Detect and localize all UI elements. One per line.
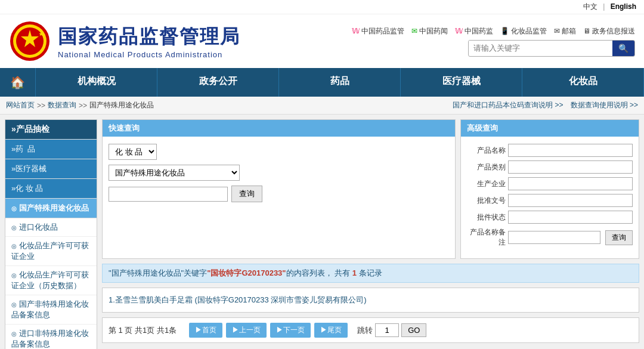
quick-search-input[interactable]	[109, 187, 228, 202]
product-type-select[interactable]: 化 妆 品	[109, 144, 157, 160]
quick-query-body: 化 妆 品 国产特殊用途化妆品 查询	[103, 137, 455, 214]
adv-label-3: 生产企业	[467, 179, 506, 189]
adv-row-3: 生产企业	[467, 177, 633, 190]
wechat-icon: ✉	[411, 27, 417, 35]
icon-link-gov[interactable]: 🖥 政务信息报送	[583, 26, 635, 36]
adv-input-4[interactable]	[508, 194, 633, 207]
sidebar-prefix-5: ◎	[11, 224, 17, 231]
main-nav: 🏠 机构概况 政务公开 药品 医疗器械 化妆品	[0, 68, 644, 97]
icon-link-label-5: 邮箱	[562, 26, 576, 36]
site-title-cn: 国家药品监督管理局	[58, 24, 240, 50]
advanced-query-header: 高级查询	[461, 120, 639, 137]
adv-row-1: 产品名称	[467, 144, 633, 157]
breadcrumb-data-link[interactable]: 数据查询使用说明 >>	[571, 100, 638, 110]
lang-english[interactable]: English	[611, 2, 636, 11]
page-prev-button[interactable]: ▶上一页	[226, 323, 267, 338]
page-jump: 跳转 1 GO	[357, 323, 426, 337]
adv-label-4: 批准文号	[467, 196, 506, 206]
product-category-select[interactable]: 国产特殊用途化妆品	[109, 165, 240, 181]
site-title-en: National Medical Products Administration	[58, 50, 240, 59]
icon-link-hzp[interactable]: 📱 化妆品监管	[500, 26, 547, 36]
gov-icon: 🖥	[583, 27, 590, 35]
icon-link-wechat[interactable]: ✉ 中国药闻	[411, 26, 448, 36]
adv-input-1[interactable]	[508, 144, 633, 157]
sidebar-item-guochan-beian[interactable]: ◎ 国产非特殊用途化妆品备案信息	[5, 295, 97, 325]
sidebar-item-yiliao[interactable]: »医疗器械	[5, 159, 97, 179]
icon-link-label-1: 中国药品监管	[361, 26, 404, 36]
page-first-button[interactable]: ▶首页	[189, 323, 222, 338]
sidebar-item-guochan-teshu[interactable]: ◎ 国产特殊用途化妆品	[5, 199, 97, 218]
adv-row-5: 批件状态	[467, 211, 633, 224]
breadcrumb-sep1: >>	[37, 101, 45, 110]
results-header: "国产特殊用途化妆品"关键字"国妆特字G20170233"的内容列表， 共有 1…	[102, 264, 639, 283]
nav-item-huazhuangpin[interactable]: 化妆品	[522, 68, 644, 97]
search-area: 🔍	[468, 40, 635, 57]
form-row-select2: 国产特殊用途化妆品	[109, 165, 449, 181]
icon-link-weibo[interactable]: 𝕎 中国药品监管	[352, 26, 404, 36]
logo-text: 国家药品监督管理局 National Medical Products Admi…	[58, 24, 240, 59]
sidebar-item-jinkoubeian[interactable]: ◎ 进口非特殊用途化妆品备案信息	[5, 325, 97, 349]
nav-item-jigoukuang[interactable]: 机构概况	[36, 68, 157, 97]
nav-item-yaopin[interactable]: 药品	[279, 68, 401, 97]
sidebar-item-shengchanxuke[interactable]: ◎ 化妆品生产许可可获证企业	[5, 237, 97, 266]
page-next-button[interactable]: ▶下一页	[270, 323, 311, 338]
top-nav-icons: 𝕎 中国药品监管 ✉ 中国药闻 𝕎 中国药监 📱 化妆品监管 ✉ 邮箱 🖥	[352, 26, 635, 57]
content-area: »产品抽检 »药 品 »医疗器械 »化 妆 品 ◎ 国产特殊用途化妆品 ◎ 进口…	[0, 115, 644, 349]
sidebar-item-jinkouhuazhuang[interactable]: ◎ 进口化妆品	[5, 218, 97, 237]
main-content: 快速查询 化 妆 品 国产特殊用途化妆品 查询	[97, 119, 639, 349]
nav-item-yiliao[interactable]: 医疗器械	[401, 68, 522, 97]
breadcrumb-yaopin-link[interactable]: 国产和进口药品本位码查询说明 >>	[453, 100, 563, 110]
adv-label-5: 批件状态	[467, 212, 506, 223]
lang-chinese[interactable]: 中文	[583, 2, 597, 11]
icon-link-label-6: 政务信息报送	[592, 26, 635, 36]
sidebar-prefix-8: ◎	[11, 301, 17, 308]
icon-link-label-2: 中国药闻	[419, 26, 448, 36]
breadcrumb-home[interactable]: 网站首页	[6, 100, 35, 110]
page-info: 第 1 页 共1页 共1条	[109, 325, 177, 336]
page-jump-label: 跳转	[357, 325, 373, 336]
breadcrumb-data[interactable]: 数据查询	[48, 100, 76, 110]
result-item-1[interactable]: 1.圣雪兰雪肌美白手足霜 (国妆特字G20170233 深圳市雪姿儿贸易有限公司…	[109, 293, 633, 307]
weibo-icon: 𝕎	[352, 27, 360, 35]
sidebar-item-shengchanxuke-history[interactable]: ◎ 化妆品生产许可可获证企业（历史数据）	[5, 266, 97, 295]
icon-link-yj[interactable]: 𝕎 中国药监	[455, 26, 493, 36]
sidebar-item-yaopin[interactable]: »药 品	[5, 140, 97, 159]
email-icon: ✉	[554, 27, 560, 35]
query-row: 快速查询 化 妆 品 国产特殊用途化妆品 查询	[102, 119, 639, 259]
icon-link-email[interactable]: ✉ 邮箱	[554, 26, 576, 36]
page-last-button[interactable]: ▶尾页	[314, 323, 348, 338]
sidebar-prefix-6: ◎	[11, 243, 17, 249]
advanced-query-panel: 高级查询 产品名称 产品类别 生产企业 批准文号	[460, 119, 639, 259]
nav-home[interactable]: 🏠	[0, 68, 36, 97]
sidebar-prefix-2: »	[11, 164, 16, 173]
adv-row-4: 批准文号	[467, 194, 633, 207]
sidebar-prefix-7: ◎	[11, 272, 17, 279]
nav-item-zhengwugongkai[interactable]: 政务公开	[157, 68, 279, 97]
adv-input-3[interactable]	[508, 177, 633, 190]
adv-query-button[interactable]: 查询	[605, 230, 633, 245]
pagination: 第 1 页 共1页 共1条 ▶首页 ▶上一页 ▶下一页 ▶尾页 跳转 1 GO	[102, 317, 639, 343]
adv-input-6[interactable]	[508, 231, 600, 244]
quick-query-button[interactable]: 查询	[231, 186, 262, 202]
page-jump-input[interactable]: 1	[375, 323, 399, 337]
sidebar-prefix-1: »	[11, 144, 16, 153]
sidebar-prefix-3: »	[11, 184, 16, 193]
lang-separator: |	[603, 2, 605, 11]
sidebar-prefix-0: »	[11, 124, 16, 134]
search-button[interactable]: 🔍	[612, 41, 634, 56]
adv-input-5[interactable]	[508, 211, 633, 224]
breadcrumb-current: 国产特殊用途化妆品	[89, 100, 154, 110]
hzp-icon: 📱	[500, 27, 509, 35]
adv-input-2[interactable]	[508, 160, 633, 174]
sidebar-item-huazhuang[interactable]: »化 妆 品	[5, 179, 97, 199]
sidebar-prefix-9: ◎	[11, 331, 17, 337]
search-input[interactable]	[469, 41, 612, 55]
results-list: 1.圣雪兰雪肌美白手足霜 (国妆特字G20170233 深圳市雪姿儿贸易有限公司…	[102, 288, 639, 313]
sidebar-item-choujian[interactable]: »产品抽检	[5, 120, 97, 140]
quick-query-panel: 快速查询 化 妆 品 国产特殊用途化妆品 查询	[102, 119, 456, 259]
breadcrumb-right-links: 国产和进口药品本位码查询说明 >> 数据查询使用说明 >>	[453, 100, 638, 110]
icon-link-label-3: 中国药监	[465, 26, 493, 36]
advanced-query-body: 产品名称 产品类别 生产企业 批准文号	[461, 137, 639, 258]
page-go-button[interactable]: GO	[401, 323, 426, 337]
site-header: 国家药品监督管理局 National Medical Products Admi…	[0, 14, 644, 68]
